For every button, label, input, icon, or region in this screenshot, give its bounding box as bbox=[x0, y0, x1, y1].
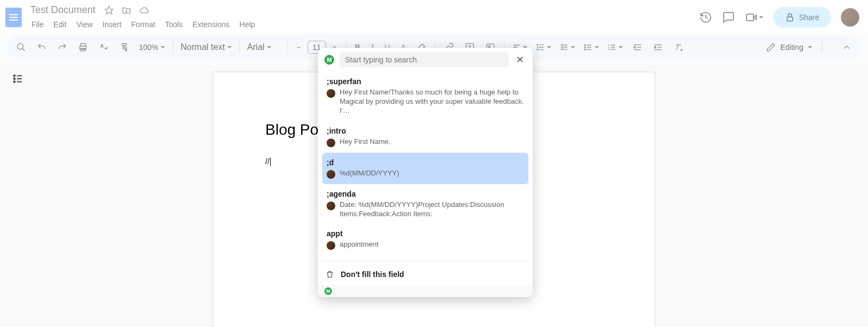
snippet-preview: Hey First Name!Thanks so much for being … bbox=[340, 88, 524, 116]
magical-logo-icon: M bbox=[324, 287, 332, 295]
author-avatar-icon bbox=[327, 241, 335, 250]
snippet-title: appt bbox=[327, 229, 524, 238]
dont-fill-label: Don't fill this field bbox=[341, 270, 404, 279]
svg-point-15 bbox=[14, 75, 15, 77]
snippet-preview: Hey First Name, bbox=[340, 137, 391, 147]
snippet-result[interactable]: ;intro Hey First Name, bbox=[322, 121, 528, 153]
snippet-title: ;superfan bbox=[327, 77, 524, 86]
snippet-preview: %d(MM/DD/YYYY) bbox=[340, 169, 399, 178]
snippet-title: ;agenda bbox=[327, 190, 524, 198]
snippet-result[interactable]: ;agenda Date: %d(MM/DD/YYYY)Project Upda… bbox=[322, 184, 528, 224]
snippet-preview: appointment bbox=[340, 240, 379, 249]
author-avatar-icon bbox=[327, 139, 335, 147]
text-expander-popup: M ✕ ;superfan Hey First Name!Thanks so m… bbox=[318, 48, 533, 297]
snippet-preview: Date: %d(MM/DD/YYYY)Project Updates:Disc… bbox=[340, 200, 524, 219]
result-list: ;superfan Hey First Name!Thanks so much … bbox=[318, 72, 533, 259]
dont-fill-button[interactable]: Don't fill this field bbox=[318, 263, 533, 285]
svg-point-17 bbox=[14, 81, 15, 83]
close-icon[interactable]: ✕ bbox=[514, 54, 526, 66]
magical-logo-icon: M bbox=[324, 55, 334, 65]
popup-header: M ✕ bbox=[318, 48, 533, 72]
trash-icon bbox=[326, 270, 334, 279]
snippet-result[interactable]: ;d %d(MM/DD/YYYY) bbox=[322, 153, 528, 184]
popup-search-input[interactable] bbox=[340, 52, 508, 67]
outline-toggle[interactable] bbox=[11, 73, 25, 85]
svg-point-16 bbox=[14, 78, 15, 80]
snippet-result[interactable]: appt appointment bbox=[322, 224, 528, 255]
snippet-title: ;intro bbox=[327, 127, 524, 135]
popup-footer: M bbox=[318, 285, 533, 297]
author-avatar-icon bbox=[327, 202, 335, 210]
divider bbox=[322, 261, 528, 261]
author-avatar-icon bbox=[327, 170, 335, 179]
snippet-result[interactable]: ;superfan Hey First Name!Thanks so much … bbox=[322, 72, 528, 121]
snippet-title: ;d bbox=[327, 158, 524, 167]
author-avatar-icon bbox=[327, 89, 335, 98]
